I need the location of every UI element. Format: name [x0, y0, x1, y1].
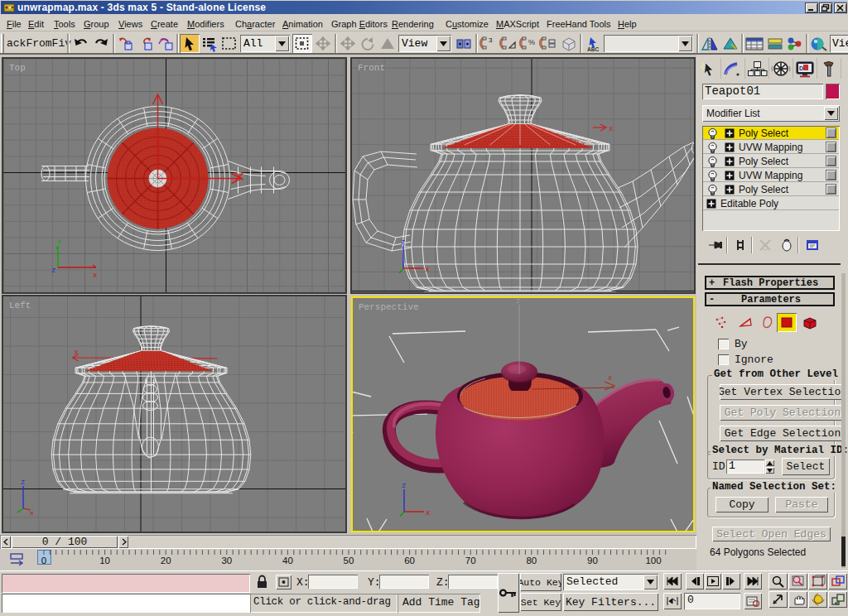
svg-text:x: x — [426, 509, 430, 517]
svg-text:3: 3 — [489, 36, 493, 44]
svg-text:Y: Y — [57, 238, 62, 247]
svg-text:z: z — [401, 238, 405, 247]
svg-text:x: x — [30, 509, 34, 517]
svg-text:ABC: ABC — [587, 46, 599, 52]
svg-text:z: z — [51, 267, 55, 275]
svg-text:x: x — [609, 125, 613, 133]
svg-text:z: z — [516, 298, 520, 306]
svg-text:z: z — [21, 479, 25, 487]
svg-text:x: x — [75, 349, 79, 357]
svg-text:x: x — [93, 272, 97, 280]
svg-text:D: D — [799, 65, 803, 71]
svg-text:x: x — [608, 374, 612, 383]
svg-text:%: % — [528, 38, 535, 46]
svg-text:x: x — [425, 266, 429, 274]
svg-text:Top: Top — [9, 63, 26, 73]
svg-text:Perspective: Perspective — [359, 302, 419, 312]
svg-text:z: z — [402, 482, 406, 490]
svg-text:Front: Front — [358, 63, 385, 73]
svg-text:Left: Left — [9, 301, 31, 310]
